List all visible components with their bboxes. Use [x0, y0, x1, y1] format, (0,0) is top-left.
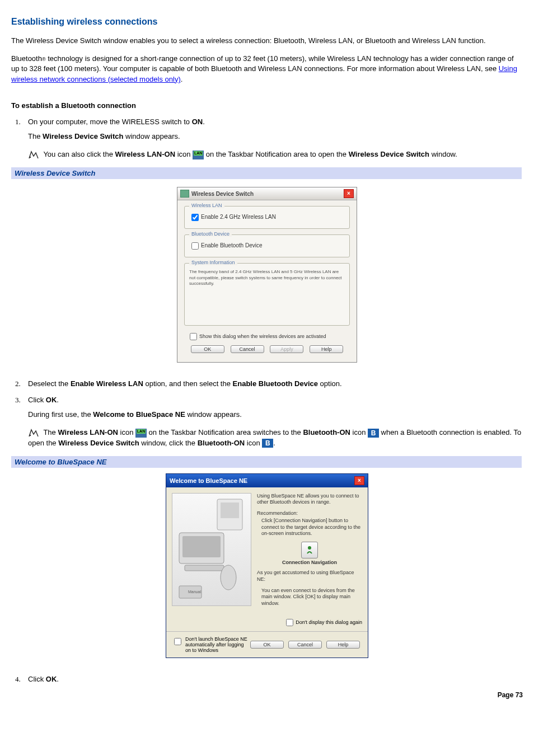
- ok-button[interactable]: OK: [250, 641, 284, 649]
- svg-rect-6: [185, 565, 224, 571]
- bluetooth-on-icon: [368, 429, 379, 438]
- group-bt-label: Bluetooth Device: [189, 231, 232, 237]
- intro-paragraph-1: The Wireless Device Switch window enable…: [11, 36, 523, 46]
- wds-window: Wireless Device Switch × Wireless LAN En…: [177, 187, 357, 363]
- bluespace-window: Welcome to BlueSpace NE × Manual Using B…: [166, 473, 368, 658]
- app-icon: [180, 190, 189, 198]
- cancel-button[interactable]: Cancel: [231, 345, 264, 353]
- svg-text:Manual: Manual: [188, 590, 201, 594]
- lan-on-icon: [135, 429, 147, 438]
- help-button[interactable]: Help: [326, 641, 360, 649]
- dont-launch-checkbox[interactable]: [174, 638, 181, 645]
- cancel-button[interactable]: Cancel: [288, 641, 322, 649]
- note-icon: [28, 429, 39, 438]
- dont-display-checkbox[interactable]: Don't display this dialog again: [284, 617, 362, 628]
- bluespace-illustration: Manual: [172, 493, 251, 606]
- sysinfo-text: The frequency band of 2.4 GHz Wireless L…: [189, 269, 345, 287]
- ok-button[interactable]: OK: [191, 345, 224, 353]
- caption-bluespace: Welcome to BlueSpace NE: [11, 456, 522, 468]
- svg-rect-5: [182, 536, 221, 557]
- bluetooth-on-icon: [262, 439, 273, 448]
- bs-accustomed: As you get accustomed to using BlueSpace…: [257, 570, 362, 583]
- group-wlan-label: Wireless LAN: [189, 203, 224, 208]
- step-4: Click OK.: [22, 675, 523, 683]
- close-button[interactable]: ×: [354, 476, 364, 485]
- svg-point-10: [308, 546, 311, 550]
- bs-recommendation-label: Recommendation:: [257, 510, 362, 516]
- show-dialog-checkbox[interactable]: Show this dialog when the wireless devic…: [188, 331, 350, 342]
- bs-intro: Using BlueSpace NE allows you to connect…: [257, 493, 362, 506]
- enable-wlan-checkbox[interactable]: Enable 2.4 GHz Wireless LAN: [189, 214, 276, 220]
- intro-paragraph-2: Bluetooth® technology is designed for a …: [11, 54, 523, 84]
- connection-navigation-button[interactable]: [301, 542, 318, 558]
- svg-point-0: [30, 156, 31, 157]
- help-button[interactable]: Help: [310, 345, 343, 353]
- subheading-bluetooth: To establish a Bluetooth connection: [11, 101, 523, 110]
- bs-recommendation-text: Click [Connection Navigation] button to …: [257, 518, 362, 537]
- connection-navigation-label: Connection Navigation: [257, 560, 362, 565]
- svg-point-7: [221, 565, 236, 590]
- caption-wds: Wireless Device Switch: [11, 167, 522, 179]
- page-title: Establishing wireless connections: [11, 17, 523, 27]
- svg-rect-3: [221, 503, 239, 518]
- note-icon: [28, 151, 39, 159]
- bluespace-title: Welcome to BlueSpace NE: [170, 477, 354, 484]
- group-sysinfo-label: System Information: [189, 260, 237, 265]
- dont-launch-label: Don't launch BlueSpace NE automatically …: [185, 636, 248, 653]
- svg-point-1: [30, 435, 31, 436]
- apply-button[interactable]: Apply: [270, 345, 303, 353]
- wds-title: Wireless Device Switch: [191, 191, 344, 197]
- step-3: Click OK. During first use, the Welcome …: [22, 396, 523, 448]
- step-1: On your computer, move the WIRELESS swit…: [22, 118, 523, 159]
- step-2: Deselect the Enable Wireless LAN option,…: [22, 379, 523, 388]
- lan-on-icon: [193, 151, 204, 159]
- enable-bt-checkbox[interactable]: Enable Bluetooth Device: [189, 242, 263, 248]
- page-number: Page 73: [11, 691, 523, 699]
- close-button[interactable]: ×: [344, 189, 354, 198]
- bs-main-window-hint: You can even connect to devices from the…: [257, 588, 362, 607]
